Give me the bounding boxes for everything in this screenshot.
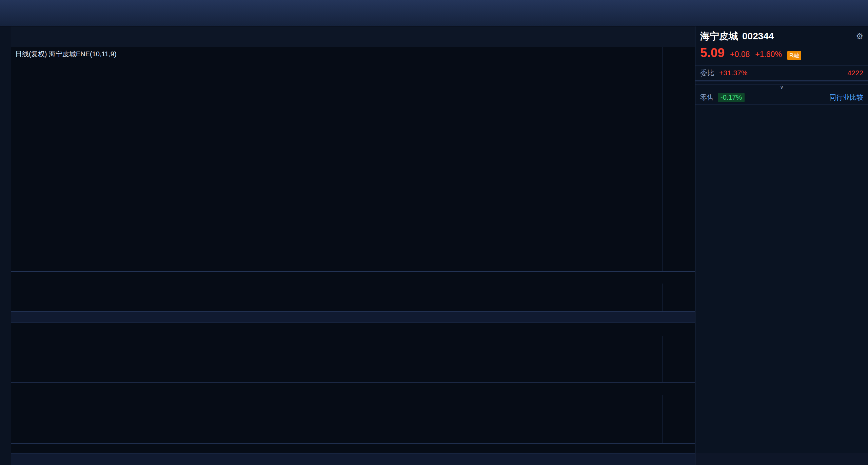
macd-canvas[interactable] [11,395,662,443]
price-row: 5.09 +0.08 +1.60% R融 [695,46,868,65]
quote-bottom-tabs [695,453,868,465]
price-change-pct: +1.60% [755,50,782,59]
bid-queue [695,81,868,81]
margin-badge: R融 [787,51,801,60]
volume-canvas[interactable] [11,284,662,311]
kdj-canvas[interactable] [11,336,662,382]
industry-compare-link[interactable]: 同行业比较 [829,93,863,102]
price-change: +0.08 [730,50,750,59]
quote-panel: 海宁皮城 002344 ⚙ 5.09 +0.08 +1.60% R融 委比 +3… [695,26,868,465]
stock-trading-app: 日线(复权) 海宁皮城ENE(10,11,9) 海宁皮城 002344 ⚙ 5.… [0,0,868,465]
kline-canvas[interactable] [11,47,662,271]
quote-header: 海宁皮城 002344 ⚙ [695,26,868,46]
weicha-value: 4222 [847,69,863,77]
retail-label: 零售 [700,93,714,102]
stock-name: 海宁皮城 [700,30,738,43]
period-toolbar [11,26,695,47]
retail-value: -0.17% [718,93,745,102]
kdj-axis [662,336,695,382]
kdj-header [11,323,695,336]
top-toolbar [0,0,868,26]
macd-header [11,382,695,395]
time-axis [11,443,695,453]
volume-tabs [11,311,695,323]
volume-axis [662,284,695,311]
weibi-label: 委比 [700,68,714,78]
macd-axis [662,395,695,443]
weibi-row: 委比 +31.37% 4222 [695,65,868,81]
volume-header [11,271,695,284]
indicator-tabs [11,453,695,465]
retail-row: 零售 -0.17% 同行业比较 [695,91,868,104]
price-axis [662,47,695,271]
collapse-chevron-icon[interactable]: ∨ [695,84,868,91]
settings-gear-icon[interactable]: ⚙ [856,32,863,41]
stock-code: 002344 [742,31,774,42]
last-price: 5.09 [700,46,725,60]
tick-list [695,104,868,453]
left-sidebar [0,26,11,465]
weibi-value: +31.37% [719,69,748,77]
